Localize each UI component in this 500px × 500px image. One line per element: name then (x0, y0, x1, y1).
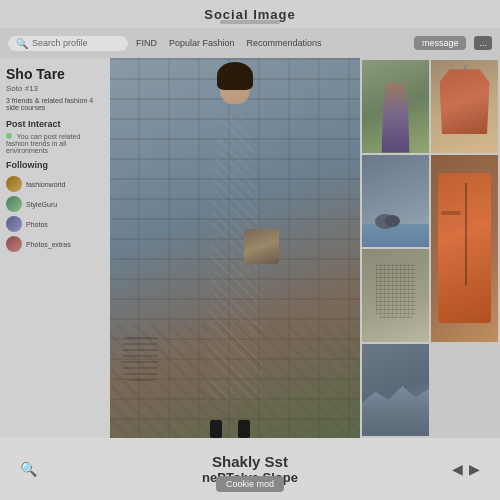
grid-cell[interactable] (362, 60, 429, 153)
slider[interactable] (220, 20, 280, 24)
profile-name: Sho Tare (6, 66, 104, 82)
image-grid (360, 58, 500, 438)
nav-links: FIND Popular Fashion Recommendations (136, 38, 406, 48)
nav-link-find[interactable]: FIND (136, 38, 157, 48)
person-figure (378, 83, 413, 153)
profile-sub: Soto #13 (6, 84, 104, 93)
main-image (110, 58, 360, 438)
nav-bar: 🔍 Search profile FIND Popular Fashion Re… (0, 28, 500, 58)
jacket-shape (440, 69, 490, 134)
message-button[interactable]: message (414, 36, 467, 50)
following-name: Photos_extras (26, 241, 71, 248)
list-item[interactable]: Photos_extras (6, 236, 104, 252)
cookie-button[interactable]: Cookie mod (216, 476, 284, 492)
grid-cell[interactable] (431, 60, 498, 153)
avatar (6, 236, 22, 252)
following-name: Photos (26, 221, 48, 228)
nav-link-popular[interactable]: Popular Fashion (169, 38, 235, 48)
list-item[interactable]: fashionworld (6, 176, 104, 192)
following-name: fashionworld (26, 181, 65, 188)
search-text: Search profile (32, 38, 88, 48)
grid-cell[interactable] (431, 155, 498, 342)
backpack-shape (376, 263, 416, 318)
grid-cell[interactable] (362, 344, 429, 437)
active-dot (6, 133, 12, 139)
following-name: StyleGuru (26, 201, 57, 208)
list-item[interactable]: StyleGuru (6, 196, 104, 212)
following-section-title: Following (6, 160, 104, 170)
list-item[interactable]: Photos (6, 216, 104, 232)
post-description: You can post related fashion trends in a… (6, 133, 104, 154)
main-image-area (110, 58, 360, 438)
bottom-title-main: Shakly Sst (202, 453, 298, 470)
profile-stats: 3 friends & related fashion 4 side cours… (6, 97, 104, 111)
bottom-right: ◀ ▶ (452, 461, 480, 477)
avatar (6, 196, 22, 212)
bottom-search-icon[interactable]: 🔍 (20, 461, 37, 477)
search-icon: 🔍 (16, 38, 28, 49)
more-button[interactable]: ... (474, 36, 492, 50)
bottom-left: 🔍 (20, 461, 37, 477)
water-shape (362, 224, 429, 247)
avatar (6, 176, 22, 192)
grid-cell[interactable] (362, 155, 429, 248)
nav-search[interactable]: 🔍 Search profile (8, 36, 128, 51)
next-arrow[interactable]: ▶ (469, 461, 480, 477)
top-bar: Social Image (0, 0, 500, 28)
avatar (6, 216, 22, 232)
sidebar: Sho Tare Soto #13 3 friends & related fa… (0, 58, 110, 438)
grid-cell[interactable] (362, 249, 429, 342)
mountain-shape (362, 381, 429, 437)
post-section-title: Post Interact (6, 119, 104, 129)
following-list: fashionworld StyleGuru Photos Photos_ext… (6, 176, 104, 252)
prev-arrow[interactable]: ◀ (452, 461, 463, 477)
main-content: Sho Tare Soto #13 3 friends & related fa… (0, 58, 500, 438)
nav-link-recommendations[interactable]: Recommendations (247, 38, 322, 48)
bottom-bar: 🔍 Shakly Sst nePTolya Slope ◀ ▶ Cookie m… (0, 438, 500, 500)
